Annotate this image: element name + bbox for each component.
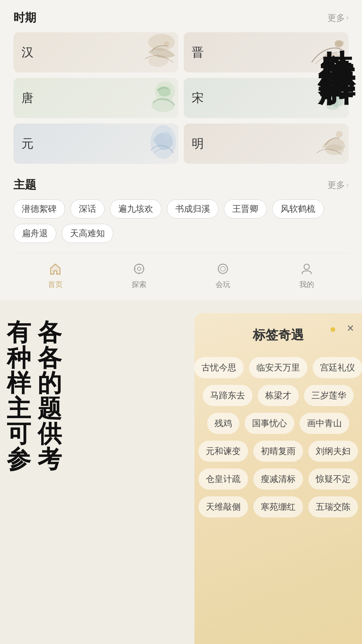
modal-tag-20[interactable]: 残鸡 xyxy=(207,413,239,434)
theme-tag-7[interactable]: 天高难知 xyxy=(62,224,113,243)
jin-illustration xyxy=(285,32,349,72)
modal-tag-30[interactable]: 元和谏变 xyxy=(198,441,248,462)
theme-tag-3[interactable]: 书成归溪 xyxy=(167,199,219,218)
modal-tag-11[interactable]: 栋梁才 xyxy=(258,385,299,406)
modal-tag-02[interactable]: 宫廷礼仪 xyxy=(313,357,362,378)
period-card-song[interactable]: 宋 xyxy=(184,78,349,118)
bottom-nav: 首页 探索 xyxy=(13,253,349,293)
period-card-han[interactable]: 汉 xyxy=(13,32,178,72)
nav-item-explore[interactable]: 探索 xyxy=(130,260,148,290)
modal-tag-10[interactable]: 马蹄东去 xyxy=(203,385,252,406)
modal-tag-12[interactable]: 三岁莲华 xyxy=(304,385,354,406)
top-section: 时期 更多 › 汉 晋 xyxy=(0,0,362,300)
modal-tag-51[interactable]: 寒苑绷红 xyxy=(253,496,303,517)
period-section-header: 时期 更多 › xyxy=(13,10,349,26)
explore-icon xyxy=(130,260,148,278)
nav-label-mine: 我的 xyxy=(299,280,314,290)
nav-item-home[interactable]: 首页 xyxy=(47,260,64,290)
nav-item-play[interactable]: 会玩 xyxy=(214,260,232,290)
theme-tags-container: 潜德絮碑 深话 遍九垓欢 书成归溪 王晋卿 风软鹤梳 扁舟退 天高难知 xyxy=(13,199,349,243)
theme-tag-4[interactable]: 王晋卿 xyxy=(224,199,267,218)
theme-tag-0[interactable]: 潜德絮碑 xyxy=(13,199,65,218)
ming-illustration xyxy=(285,123,349,164)
svg-point-6 xyxy=(152,97,175,112)
theme-section-header: 主题 更多 › xyxy=(13,177,349,193)
nav-label-play: 会玩 xyxy=(216,280,230,290)
svg-point-16 xyxy=(304,264,309,269)
svg-point-15 xyxy=(218,264,228,274)
modal-tag-22[interactable]: 画中青山 xyxy=(300,413,349,434)
modal-tag-01[interactable]: 临安天万里 xyxy=(249,357,307,378)
modal-tags-container: 古忧今思 临安天万里 宫廷礼仪 马蹄东去 栋梁才 三岁莲华 残鸡 国事忧心 画中… xyxy=(204,357,352,517)
modal-tag-row-4: 仓皇计疏 瘦减清标 惊疑不定 xyxy=(204,468,352,490)
modal-tag-52[interactable]: 五瑞交陈 xyxy=(308,496,358,517)
mine-icon xyxy=(298,260,315,278)
svg-point-12 xyxy=(325,144,344,155)
nav-item-mine[interactable]: 我的 xyxy=(298,260,315,290)
modal-tag-40[interactable]: 仓皇计疏 xyxy=(198,468,248,490)
han-illustration xyxy=(115,32,178,72)
svg-point-13 xyxy=(134,264,144,274)
svg-point-8 xyxy=(338,84,343,89)
theme-tag-2[interactable]: 遍九垓欢 xyxy=(110,199,162,218)
period-grid: 汉 晋 唐 xyxy=(13,32,349,164)
modal-card: × 标签奇遇 古忧今思 临安天万里 宫廷礼仪 马蹄东去 栋梁才 三岁莲华 残鸡 … xyxy=(194,313,362,644)
song-illustration xyxy=(285,78,349,118)
modal-tag-00[interactable]: 古忧今思 xyxy=(194,357,244,378)
period-card-yuan[interactable]: 元 xyxy=(13,123,178,164)
svg-point-10 xyxy=(163,131,171,139)
home-icon xyxy=(47,260,64,278)
chevron-icon-2: › xyxy=(346,181,349,189)
theme-tag-5[interactable]: 风软鹤梳 xyxy=(272,199,324,218)
period-title: 时期 xyxy=(13,10,36,26)
chevron-icon: › xyxy=(346,13,349,22)
period-more-link[interactable]: 更多 › xyxy=(327,12,349,24)
period-card-jin[interactable]: 晋 xyxy=(184,32,349,72)
modal-tag-row-1: 马蹄东去 栋梁才 三岁莲华 xyxy=(204,385,352,406)
modal-tag-row-2: 残鸡 国事忧心 画中青山 xyxy=(204,413,352,434)
period-card-tang[interactable]: 唐 xyxy=(13,78,178,118)
theme-section: 主题 更多 › 潜德絮碑 深话 遍九垓欢 书成归溪 王晋卿 风软鹤梳 扁舟退 天… xyxy=(13,177,349,243)
modal-tag-42[interactable]: 惊疑不定 xyxy=(308,468,358,490)
theme-tag-6[interactable]: 扁舟退 xyxy=(13,224,56,243)
modal-tag-row-0: 古忧今思 临安天万里 宫廷礼仪 xyxy=(204,357,352,378)
theme-tag-1[interactable]: 深话 xyxy=(70,199,105,218)
svg-point-11 xyxy=(336,131,343,138)
modal-tag-row-5: 天维敲侧 寒苑绷红 五瑞交陈 xyxy=(204,496,352,517)
svg-point-2 xyxy=(148,55,168,67)
modal-tag-32[interactable]: 刘纲夫妇 xyxy=(308,441,358,462)
overlay-text-left: 有 各 种 各 样 的 主 题 可 供 参 考 xyxy=(7,320,101,472)
nav-label-explore: 探索 xyxy=(132,280,146,290)
svg-point-1 xyxy=(164,41,169,47)
nav-label-home: 首页 xyxy=(48,280,63,290)
tang-illustration xyxy=(115,78,178,118)
yuan-illustration xyxy=(115,123,178,164)
modal-title: 标签奇遇 xyxy=(204,327,352,344)
period-card-ming[interactable]: 明 xyxy=(184,123,349,164)
play-icon xyxy=(214,260,232,278)
theme-title: 主题 xyxy=(13,177,36,193)
modal-tag-41[interactable]: 瘦减清标 xyxy=(253,468,303,490)
bottom-section: 有 各 种 各 样 的 主 题 可 供 参 考 × 标签奇遇 古忧今思 临安天万… xyxy=(0,300,362,644)
svg-point-14 xyxy=(137,267,141,270)
theme-more-link[interactable]: 更多 › xyxy=(327,179,349,191)
modal-tag-50[interactable]: 天维敲侧 xyxy=(198,496,248,517)
modal-tag-row-3: 元和谏变 初晴复雨 刘纲夫妇 xyxy=(204,441,352,462)
modal-tag-31[interactable]: 初晴复雨 xyxy=(253,441,303,462)
modal-tag-21[interactable]: 国事忧心 xyxy=(245,413,294,434)
